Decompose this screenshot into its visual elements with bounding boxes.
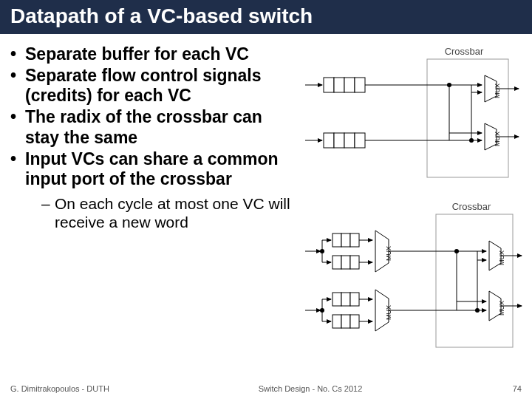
footer-author: G. Dimitrakopoulos - DUTH — [10, 384, 129, 393]
bullet-item: Input VCs can share a common input port … — [10, 149, 299, 232]
svg-rect-3 — [344, 78, 355, 92]
bullet-item: Separate flow control signals (credits) … — [10, 66, 299, 106]
fifo-icon — [324, 78, 365, 92]
page-number: 74 — [492, 384, 522, 393]
fifo-icon — [332, 233, 359, 247]
svg-rect-32 — [332, 256, 341, 269]
svg-rect-48 — [350, 293, 359, 306]
svg-text:MUX: MUX — [385, 305, 392, 320]
svg-rect-33 — [341, 256, 350, 269]
crossbar-label-bottom: Crossbar — [452, 201, 491, 212]
fifo-icon — [332, 293, 359, 306]
svg-rect-50 — [341, 315, 350, 328]
svg-rect-51 — [350, 315, 359, 328]
svg-rect-46 — [332, 293, 341, 306]
svg-rect-12 — [355, 133, 365, 148]
sub-list: On each cycle at most one VC will receiv… — [25, 195, 299, 232]
sub-bullet-item: On each cycle at most one VC will receiv… — [41, 195, 299, 232]
bullet-item: Separate buffer for each VC — [10, 44, 299, 64]
svg-rect-11 — [344, 133, 355, 148]
svg-text:MUX: MUX — [385, 246, 392, 261]
svg-rect-2 — [334, 78, 344, 92]
svg-rect-1 — [324, 78, 334, 92]
footer-title: Switch Design - No. Cs 2012 — [129, 384, 492, 393]
crossbar-label-top: Crossbar — [445, 46, 484, 57]
svg-rect-29 — [332, 233, 341, 247]
svg-rect-9 — [324, 133, 334, 148]
fifo-icon — [332, 256, 359, 269]
bullet-item: The radix of the crossbar can stay the s… — [10, 107, 299, 147]
svg-text:MUX: MUX — [494, 83, 501, 98]
svg-text:MUX: MUX — [494, 132, 501, 146]
figure-column: Crossbar — [299, 44, 520, 358]
content-area: Separate buffer for each VC Separate flo… — [0, 34, 532, 358]
slide-title: Datapath of a VC-based switch — [0, 0, 532, 34]
text-column: Separate buffer for each VC Separate flo… — [10, 44, 299, 358]
datapath-diagram: Crossbar — [301, 44, 523, 355]
footer: G. Dimitrakopoulos - DUTH Switch Design … — [0, 384, 532, 393]
svg-rect-30 — [341, 233, 350, 247]
bullet-list: Separate buffer for each VC Separate flo… — [10, 44, 299, 231]
crossbar-box-top — [427, 59, 508, 177]
bullet-text: Input VCs can share a common input port … — [25, 149, 279, 188]
svg-text:MUX: MUX — [498, 301, 505, 316]
crossbar-box-bottom — [436, 214, 513, 347]
svg-rect-47 — [341, 293, 350, 306]
svg-rect-10 — [334, 133, 344, 148]
svg-rect-34 — [350, 256, 359, 269]
svg-rect-4 — [355, 78, 365, 92]
svg-rect-31 — [350, 233, 359, 247]
fifo-icon — [324, 133, 365, 148]
svg-text:MUX: MUX — [498, 250, 505, 265]
svg-rect-49 — [332, 315, 341, 328]
fifo-icon — [332, 315, 359, 328]
